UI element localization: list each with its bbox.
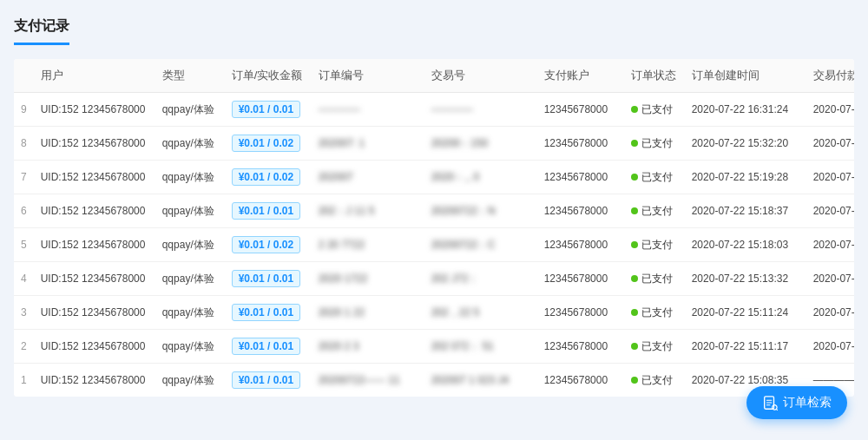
table-row: 2UID:152 12345678000qqpay/体验¥0.01 / 0.01… xyxy=(14,330,854,364)
row-amount: ¥0.01 / 0.02 xyxy=(225,161,312,194)
amount-badge: ¥0.01 / 0.02 xyxy=(232,135,300,152)
table-row: 7UID:152 12345678000qqpay/体验¥0.01 / 0.02… xyxy=(14,161,854,194)
row-amount: ¥0.01 / 0.01 xyxy=(225,330,312,364)
row-user: UID:152 12345678000 xyxy=(34,161,155,194)
row-paytime: 2020-07-22 15:18:37 xyxy=(806,194,854,228)
row-createtime: 2020-07-22 15:18:03 xyxy=(685,228,806,262)
row-paytime: 2020-07-22 15:18:03 xyxy=(806,228,854,262)
row-user: UID:152 12345678000 xyxy=(34,330,155,364)
row-status: 已支付 xyxy=(624,262,685,296)
amount-badge: ¥0.01 / 0.01 xyxy=(232,101,300,118)
col-num-header xyxy=(14,59,34,93)
row-ordernum: 2020 1 22 xyxy=(312,296,424,330)
row-ordernum: ———— xyxy=(312,93,424,127)
row-amount: ¥0.01 / 0.01 xyxy=(225,262,312,296)
row-txnum: 20200722：N xyxy=(424,194,537,228)
row-paytime: 2020-07-22 16:31:24 xyxy=(806,93,854,127)
row-paytime: 2020-07-22 15:11:24 xyxy=(806,296,854,330)
col-ordernum-header: 订单编号 xyxy=(312,59,424,93)
order-search-button[interactable]: 订单检索 xyxy=(746,386,847,419)
row-status: 已支付 xyxy=(624,330,685,364)
amount-badge: ¥0.01 / 0.01 xyxy=(232,338,300,355)
row-user: UID:152 12345678000 xyxy=(34,296,155,330)
row-ordernum: 2020 2 3 xyxy=(312,330,424,364)
row-account: 12345678000 xyxy=(537,364,624,397)
col-type-header: 类型 xyxy=(155,59,225,93)
svg-line-5 xyxy=(776,409,778,410)
status-label: 已支付 xyxy=(641,137,673,149)
row-num: 5 xyxy=(14,228,34,262)
status-label: 已支付 xyxy=(641,171,673,183)
row-account: 12345678000 xyxy=(537,262,624,296)
row-num: 6 xyxy=(14,194,34,228)
row-num: 1 xyxy=(14,364,34,397)
col-amount-header: 订单/实收金额 xyxy=(225,59,312,93)
row-account: 12345678000 xyxy=(537,127,624,161)
row-createtime: 2020-07-22 15:13:32 xyxy=(685,262,806,296)
row-txnum: ———— xyxy=(424,93,537,127)
row-txnum: 20200：150 xyxy=(424,127,537,161)
table-row: 3UID:152 12345678000qqpay/体验¥0.01 / 0.01… xyxy=(14,296,854,330)
row-createtime: 2020-07-22 16:31:24 xyxy=(685,93,806,127)
status-label: 已支付 xyxy=(641,239,673,251)
table-row: 5UID:152 12345678000qqpay/体验¥0.01 / 0.02… xyxy=(14,228,854,262)
status-label: 已支付 xyxy=(641,273,673,285)
table-header: 用户 类型 订单/实收金额 订单编号 交易号 支付账户 订单状态 订单创建时间 … xyxy=(14,59,854,93)
row-account: 12345678000 xyxy=(537,296,624,330)
amount-badge: ¥0.01 / 0.01 xyxy=(232,371,300,389)
row-amount: ¥0.01 / 0.01 xyxy=(225,296,312,330)
row-txnum: 20200722：C xyxy=(424,228,537,262)
status-label: 已支付 xyxy=(641,205,673,217)
status-dot xyxy=(631,140,638,147)
row-num: 2 xyxy=(14,330,34,364)
page-title: 支付记录 xyxy=(14,17,69,45)
status-dot xyxy=(631,309,638,316)
row-ordernum: 202007 xyxy=(312,161,424,194)
row-createtime: 2020-07-22 15:32:20 xyxy=(685,127,806,161)
row-status: 已支付 xyxy=(624,228,685,262)
row-type: qqpay/体验 xyxy=(155,161,225,194)
row-paytime: 2020-07-22 15:32:20 xyxy=(806,127,854,161)
row-ordernum: 20200722—— 11 xyxy=(312,364,424,397)
row-createtime: 2020-07-22 15:11:24 xyxy=(685,296,806,330)
col-createtime-header: 订单创建时间 xyxy=(685,59,806,93)
status-label: 已支付 xyxy=(641,306,673,319)
row-num: 7 xyxy=(14,161,34,194)
amount-badge: ¥0.01 / 0.01 xyxy=(232,270,300,287)
row-txnum: 202，22 5 xyxy=(424,296,537,330)
status-dot xyxy=(631,241,638,248)
status-dot xyxy=(631,275,638,282)
col-paytime-header: 交易付款时间 xyxy=(806,59,854,93)
row-num: 9 xyxy=(14,93,34,127)
table-row: 9UID:152 12345678000qqpay/体验¥0.01 / 0.01… xyxy=(14,93,854,127)
row-type: qqpay/体验 xyxy=(155,228,225,262)
row-createtime: 2020-07-22 15:19:28 xyxy=(685,161,806,194)
search-order-icon xyxy=(762,395,778,410)
row-user: UID:152 12345678000 xyxy=(34,93,155,127)
page-title-wrap: 支付记录 xyxy=(14,17,854,45)
status-label: 已支付 xyxy=(641,374,673,386)
row-txnum: 2020：,, 0 xyxy=(424,161,537,194)
row-user: UID:152 12345678000 xyxy=(34,364,155,397)
row-user: UID:152 12345678000 xyxy=(34,194,155,228)
row-type: qqpay/体验 xyxy=(155,194,225,228)
row-ordernum: 202007: 1 xyxy=(312,127,424,161)
row-txnum: 202007 1 023 J4 xyxy=(424,364,537,397)
col-status-header: 订单状态 xyxy=(624,59,685,93)
row-account: 12345678000 xyxy=(537,93,624,127)
col-user-header: 用户 xyxy=(34,59,155,93)
row-account: 12345678000 xyxy=(537,161,624,194)
row-account: 12345678000 xyxy=(537,330,624,364)
table-card: 用户 类型 订单/实收金额 订单编号 交易号 支付账户 订单状态 订单创建时间 … xyxy=(14,59,854,397)
row-ordernum: 2020 1722 xyxy=(312,262,424,296)
row-createtime: 2020-07-22 15:11:17 xyxy=(685,330,806,364)
row-type: qqpay/体验 xyxy=(155,330,225,364)
col-account-header: 支付账户 xyxy=(537,59,624,93)
amount-badge: ¥0.01 / 0.01 xyxy=(232,304,300,321)
table-row: 1UID:152 12345678000qqpay/体验¥0.01 / 0.01… xyxy=(14,364,854,397)
col-txnum-header: 交易号 xyxy=(424,59,537,93)
row-type: qqpay/体验 xyxy=(155,262,225,296)
row-paytime: 2020-07-22 15:19:28 xyxy=(806,161,854,194)
row-ordernum: 2 20 7722 xyxy=(312,228,424,262)
row-user: UID:152 12345678000 xyxy=(34,127,155,161)
